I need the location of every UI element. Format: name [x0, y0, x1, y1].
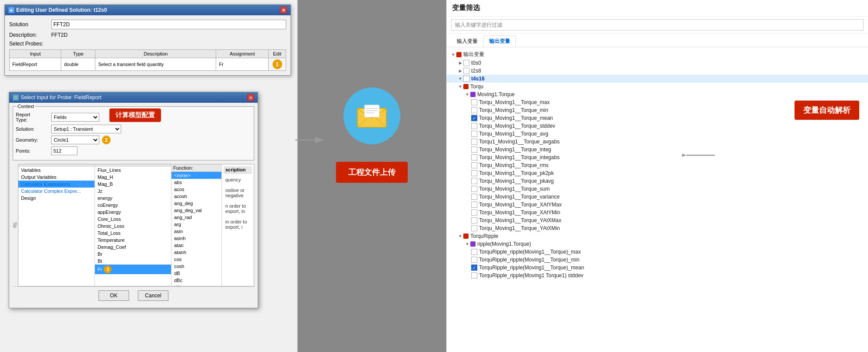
check-torq-xatymax[interactable]: [471, 202, 477, 208]
func-atanh[interactable]: atanh: [172, 249, 221, 256]
tree-ripple-mean[interactable]: ✓ TorquRipple_ripple(Moving1__Torque)_me…: [447, 264, 868, 272]
func-angdegval[interactable]: ang_deg_val: [172, 207, 221, 214]
cat-calculator-expressions[interactable]: Calculator Expressions: [18, 181, 94, 188]
check-torq-avg[interactable]: [471, 131, 477, 137]
tab-input-vars[interactable]: 输入变量: [451, 35, 483, 47]
tree-moving1-torque[interactable]: ▼ Moving1.Torque: [447, 91, 868, 98]
tree-torq-integ[interactable]: Torqu_Moving1__Torque_integ: [447, 146, 868, 153]
tab-output-vars[interactable]: 输出变量: [483, 35, 516, 47]
check-torq-stddev[interactable]: [471, 123, 477, 129]
check-torq-integ[interactable]: [471, 146, 477, 153]
solution-sub-select[interactable]: Setup1 : Transient: [51, 125, 121, 133]
toggle-ripple[interactable]: ▼: [464, 241, 470, 247]
qty-coreloss[interactable]: Core_Loss: [95, 216, 171, 223]
tree-torq-sum[interactable]: Torqu_Moving1__Torque_sum: [447, 185, 868, 193]
qty-jz[interactable]: Jz: [95, 188, 171, 195]
tree-torq-yatxmin[interactable]: Torqu_Moving1__Torque_YAtXMin: [447, 224, 868, 232]
check-t0s0[interactable]: [463, 60, 469, 66]
func-ddt[interactable]: ddt: [172, 284, 221, 286]
toggle-t4s16[interactable]: ▼: [457, 76, 463, 82]
check-torq-pkavg[interactable]: [471, 178, 477, 184]
qty-demagcoef[interactable]: Demag_Coef: [95, 244, 171, 251]
func-angdeg[interactable]: ang_deg: [172, 200, 221, 207]
toggle-torquripple[interactable]: ▼: [457, 233, 463, 239]
func-arg[interactable]: arg: [172, 221, 221, 228]
main-close-button[interactable]: ✕: [280, 7, 287, 14]
qty-fr[interactable]: Fr 3: [95, 265, 171, 274]
qty-magb[interactable]: Mag_B: [95, 181, 171, 188]
tree-t0s0[interactable]: ▶ t0s0: [447, 59, 868, 67]
toggle-t2s8[interactable]: ▶: [457, 68, 463, 74]
check-torq-yatxmax[interactable]: [471, 217, 477, 223]
func-acos[interactable]: acos: [172, 186, 221, 193]
qty-energy[interactable]: energy: [95, 195, 171, 202]
tree-torq-rms[interactable]: Torqu_Moving1__Torque_rms: [447, 161, 868, 169]
tree-torq-xatymin[interactable]: Torqu_Moving1__Torque_XAtYMin: [447, 209, 868, 216]
qty-coenergy[interactable]: coEnergy: [95, 202, 171, 209]
toggle-moving1[interactable]: ▼: [464, 91, 470, 98]
qty-temperature[interactable]: Temperature: [95, 237, 171, 244]
tree-t4s16[interactable]: ▼ t4s16: [447, 75, 868, 83]
solution-input[interactable]: [51, 20, 286, 29]
tree-torq-xatymax[interactable]: Torqu_Moving1__Torque_XAtYMax: [447, 201, 868, 209]
tree-torq-pk2pk[interactable]: Torqu_Moving1__Torque_pk2pk: [447, 169, 868, 177]
edit-badge-1[interactable]: 1: [273, 59, 282, 69]
func-asinh[interactable]: asinh: [172, 235, 221, 242]
tree-ripple-stddev[interactable]: TorquRipple_ripple(Moving1 Torque1) stdd…: [447, 272, 868, 279]
geometry-select[interactable]: Circle1: [51, 136, 99, 144]
toggle-torqu[interactable]: ▼: [457, 84, 463, 90]
func-acosh[interactable]: acosh: [172, 193, 221, 200]
tree-torq-integabs[interactable]: Torqu_Moving1__Torque_integabs: [447, 153, 868, 161]
qty-br[interactable]: Br: [95, 251, 171, 258]
qty-flux[interactable]: Flux_Lines: [95, 167, 171, 174]
qty-appenergy[interactable]: appEnergy: [95, 209, 171, 216]
search-input[interactable]: [451, 19, 864, 31]
sub-close-button[interactable]: ✕: [247, 94, 254, 101]
func-cos[interactable]: cos: [172, 256, 221, 263]
toggle-output[interactable]: ▼: [450, 52, 456, 58]
tree-torquripple[interactable]: ▼ TorquRipple: [447, 232, 868, 240]
func-cosh[interactable]: cosh: [172, 263, 221, 270]
func-none[interactable]: <none>: [172, 172, 221, 179]
cat-output-variables[interactable]: Output Variables: [18, 174, 94, 181]
tree-torq-avg[interactable]: Torqu_Moving1__Torque_avg: [447, 130, 868, 138]
check-torq-max[interactable]: [471, 99, 477, 105]
qty-ohmicloss[interactable]: Ohmic_Loss: [95, 223, 171, 230]
toggle-t0s0[interactable]: ▶: [457, 60, 463, 66]
check-t2s8[interactable]: [463, 68, 469, 74]
tree-torqu[interactable]: ▼ Torqu: [447, 83, 868, 91]
cat-design[interactable]: Design: [18, 195, 94, 202]
check-ripple-max[interactable]: [471, 249, 477, 255]
func-angrad[interactable]: ang_rad: [172, 214, 221, 221]
tree-torq-variance[interactable]: Torqu_Moving1__Torque_variance: [447, 193, 868, 201]
cat-variables[interactable]: Variables: [18, 167, 94, 174]
tree-ripple-min[interactable]: TorquRipple_ripple(Moving1__Torque)_min: [447, 256, 868, 264]
func-dbc[interactable]: dBc: [172, 277, 221, 284]
qty-bt[interactable]: Bt: [95, 258, 171, 265]
upload-button[interactable]: 工程文件上传: [336, 162, 408, 183]
tree-t2s8[interactable]: ▶ t2s8: [447, 67, 868, 75]
ok-button[interactable]: OK: [98, 290, 129, 301]
check-t4s16[interactable]: [463, 76, 469, 82]
cell-edit[interactable]: 1: [269, 58, 286, 71]
func-db[interactable]: dB: [172, 270, 221, 277]
func-atan[interactable]: atan: [172, 242, 221, 249]
check-torq-xatymin[interactable]: [471, 209, 477, 216]
cat-calculator-complex[interactable]: Calculator Complex Expre...: [18, 188, 94, 195]
check-torq-avgabs[interactable]: [471, 139, 477, 145]
tree-torq-pkavg[interactable]: Torqu_Moving1__Torque_pkavg: [447, 177, 868, 185]
report-type-select[interactable]: Fields: [51, 113, 99, 122]
check-torq-yatxmin[interactable]: [471, 225, 477, 231]
qty-totalloss[interactable]: Total_Loss: [95, 230, 171, 237]
check-torq-rms[interactable]: [471, 162, 477, 168]
points-input[interactable]: [51, 146, 77, 155]
check-torq-pk2pk[interactable]: [471, 170, 477, 176]
tree-torq-stddev[interactable]: Torqu_Moving1__Torque_stddev: [447, 122, 868, 130]
check-ripple-min[interactable]: [471, 257, 477, 263]
func-asin[interactable]: asin: [172, 228, 221, 235]
check-torq-variance[interactable]: [471, 194, 477, 200]
check-torq-integabs[interactable]: [471, 154, 477, 160]
check-torq-mean[interactable]: ✓: [471, 115, 477, 121]
check-ripple-mean[interactable]: ✓: [471, 265, 477, 271]
qty-magh[interactable]: Mag_H: [95, 174, 171, 181]
